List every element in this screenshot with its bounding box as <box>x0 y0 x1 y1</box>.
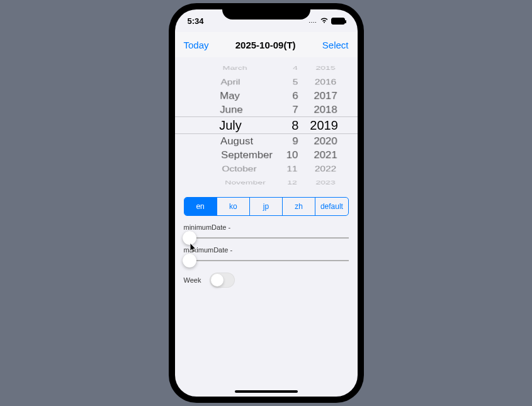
week-switch[interactable] <box>210 273 235 288</box>
maximum-date-slider[interactable] <box>184 260 349 261</box>
picker-item: 2016 <box>315 77 336 87</box>
picker-item: 2021 <box>314 149 337 161</box>
today-button[interactable]: Today <box>184 40 209 50</box>
segment-jp[interactable]: jp <box>250 198 283 215</box>
segment-en[interactable]: en <box>184 198 217 215</box>
signal-dots-icon: .... <box>309 18 317 24</box>
picker-item: 2017 <box>314 89 337 101</box>
picker-item: November <box>225 179 266 186</box>
minimum-date-slider[interactable] <box>184 237 349 239</box>
picker-item: September <box>221 149 273 161</box>
picker-item: October <box>222 164 257 174</box>
picker-item: 2018 <box>314 103 337 115</box>
picker-item: 12 <box>287 179 297 186</box>
locale-segmented-control[interactable]: en ko jp zh default <box>184 197 349 216</box>
week-label: Week <box>184 276 201 284</box>
picker-item: May <box>220 89 240 101</box>
picker-item-selected: 2019 <box>310 116 338 134</box>
picker-item: 6 <box>293 89 298 101</box>
segment-default[interactable]: default <box>315 198 348 215</box>
picker-item: 7 <box>293 103 298 115</box>
phone-frame: 5:34 .... Today 2025-10-09(T) Select Feb… <box>169 3 364 403</box>
picker-item: 2020 <box>314 135 337 147</box>
screen: 5:34 .... Today 2025-10-09(T) Select Feb… <box>175 9 358 397</box>
slider-thumb[interactable] <box>183 254 196 268</box>
select-button[interactable]: Select <box>322 40 349 50</box>
picker-item: 4 <box>293 65 298 71</box>
notch <box>222 3 310 20</box>
maximum-date-label: maximumDate - <box>184 246 349 254</box>
slider-thumb[interactable] <box>183 231 196 245</box>
year-wheel[interactable]: 2014 2015 2016 2017 2018 2019 2020 2021 … <box>310 62 338 188</box>
week-row: Week <box>184 273 349 288</box>
picker-item: 2015 <box>315 65 335 71</box>
day-wheel[interactable]: 3 4 5 6 7 8 9 10 11 12 13 <box>286 62 298 188</box>
switch-knob <box>211 274 224 286</box>
status-right: .... <box>309 16 345 26</box>
picker-item: August <box>220 135 253 147</box>
date-picker[interactable]: February March April May June July Augus… <box>175 62 358 188</box>
picker-item: 2022 <box>315 164 336 174</box>
picker-item: 10 <box>286 149 298 161</box>
picker-item: 2023 <box>315 179 335 186</box>
picker-item: June <box>220 103 243 115</box>
picker-item-selected: July <box>219 116 242 134</box>
picker-item: April <box>221 77 241 87</box>
wifi-icon <box>320 16 329 26</box>
picker-item-selected: 8 <box>291 116 298 134</box>
status-time: 5:34 <box>188 16 204 26</box>
picker-item: 5 <box>293 77 298 87</box>
minimum-date-label: minimumDate - <box>184 223 349 231</box>
maximum-date-row: maximumDate - <box>184 246 349 261</box>
picker-item: 9 <box>293 135 298 147</box>
home-indicator[interactable] <box>235 390 298 393</box>
picker-item: 11 <box>287 164 298 174</box>
minimum-date-row: minimumDate - <box>184 223 349 239</box>
nav-bar: Today 2025-10-09(T) Select <box>175 32 358 57</box>
page-title: 2025-10-09(T) <box>235 40 296 50</box>
battery-icon <box>331 18 345 25</box>
segment-ko[interactable]: ko <box>217 198 250 215</box>
month-wheel[interactable]: February March April May June July Augus… <box>219 62 274 188</box>
segment-zh[interactable]: zh <box>283 198 315 215</box>
picker-item: March <box>223 65 247 71</box>
